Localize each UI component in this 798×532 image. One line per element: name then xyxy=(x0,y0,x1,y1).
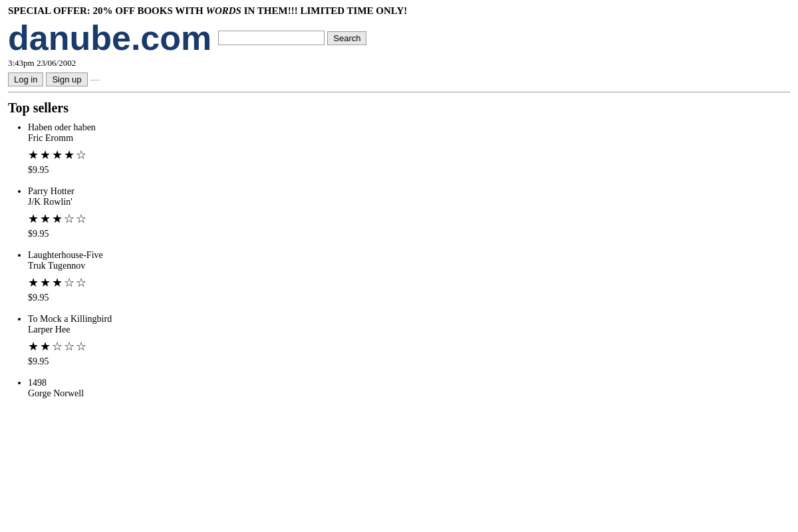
list-item: To Mock a KillingbirdLarper Hee★★☆☆☆$9.9… xyxy=(28,314,790,367)
divider xyxy=(8,92,790,92)
book-author: J/K Rowlin' xyxy=(28,197,790,207)
search-form: Search xyxy=(218,31,366,45)
header-row: danube.com Search xyxy=(8,21,790,55)
book-rating: ★★☆☆☆ xyxy=(28,339,790,354)
book-title: Laughterhouse-Five xyxy=(28,250,103,260)
book-rating: ★★★★☆ xyxy=(28,148,790,162)
login-button[interactable]: Log in xyxy=(8,72,43,86)
special-offer-banner: SPECIAL OFFER: 20% OFF BOOKS WITH WORDS … xyxy=(8,5,790,17)
top-sellers-heading: Top sellers xyxy=(8,100,790,116)
search-input[interactable] xyxy=(218,31,325,45)
list-item: Haben oder habenFric Eromm★★★★☆$9.95 xyxy=(28,122,790,176)
book-title: Parry Hotter xyxy=(28,186,74,196)
book-price: $9.95 xyxy=(28,356,790,367)
list-item: Laughterhouse-FiveTruk Tugennov★★★☆☆$9.9… xyxy=(28,250,790,303)
book-title: Haben oder haben xyxy=(28,122,96,132)
book-rating: ★★★☆☆ xyxy=(28,211,790,226)
book-rating: ★★★☆☆ xyxy=(28,275,790,290)
books-list: Haben oder habenFric Eromm★★★★☆$9.95Parr… xyxy=(8,122,790,399)
book-author: Fric Eromm xyxy=(28,133,790,144)
search-button[interactable]: Search xyxy=(327,31,366,45)
list-item: 1498Gorge Norwell xyxy=(28,378,790,399)
book-price: $9.95 xyxy=(28,165,790,176)
signup-button[interactable]: Sign up xyxy=(46,72,87,86)
book-author: Larper Hee xyxy=(28,325,790,335)
book-author: Truk Tugennov xyxy=(28,261,790,271)
site-logo: danube.com xyxy=(8,21,211,55)
auth-row: Log in Sign up — xyxy=(8,72,790,86)
list-item: Parry HotterJ/K Rowlin'★★★☆☆$9.95 xyxy=(28,186,790,239)
book-price: $9.95 xyxy=(28,293,790,303)
separator-icon: — xyxy=(90,74,100,85)
datetime-display: 3:43pm 23/06/2002 xyxy=(8,58,790,68)
book-title: 1498 xyxy=(28,378,47,388)
book-author: Gorge Norwell xyxy=(28,388,790,399)
book-price: $9.95 xyxy=(28,229,790,239)
book-title: To Mock a Killingbird xyxy=(28,314,112,324)
